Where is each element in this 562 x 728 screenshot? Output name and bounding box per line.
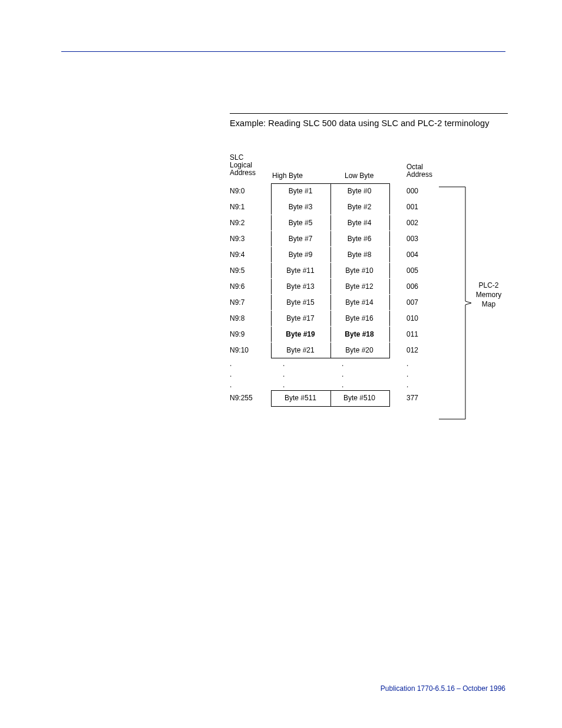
dot: . bbox=[342, 381, 343, 389]
low-byte-cell: Byte #10 bbox=[330, 266, 389, 275]
high-byte-cell: Byte #15 bbox=[271, 298, 330, 307]
octal-address-cell: 003 bbox=[406, 235, 436, 243]
octal-address-cell: 006 bbox=[406, 282, 436, 291]
octal-address-cell: 005 bbox=[406, 266, 436, 275]
low-byte-cell: Byte #6 bbox=[330, 235, 389, 243]
byte-diagram: SLC Logical Address High Byte Low Byte O… bbox=[230, 154, 508, 437]
header-octal-address: Octal Address bbox=[406, 163, 432, 179]
header-slc-address: SLC Logical Address bbox=[230, 154, 256, 177]
high-byte-cell: Byte #1 bbox=[271, 187, 330, 195]
example-rule bbox=[230, 113, 508, 114]
slc-address-cell: N9:8 bbox=[230, 314, 271, 322]
high-byte-cell: Byte #3 bbox=[271, 203, 330, 211]
octal-address-cell: 001 bbox=[406, 203, 436, 211]
dot: . bbox=[406, 370, 436, 378]
example-title: Example: Reading SLC 500 data using SLC … bbox=[230, 118, 508, 128]
low-byte-cell: Byte #0 bbox=[330, 187, 389, 195]
dot: . bbox=[342, 360, 343, 368]
dot: . bbox=[406, 381, 436, 389]
low-byte-cell: Byte #18 bbox=[330, 330, 389, 338]
slc-address-cell: N9:6 bbox=[230, 282, 271, 291]
high-byte-cell: Byte #511 bbox=[271, 394, 330, 402]
high-byte-cell: Byte #7 bbox=[271, 235, 330, 243]
high-byte-cell: Byte #21 bbox=[271, 346, 330, 354]
top-horizontal-rule bbox=[61, 51, 505, 52]
low-byte-cell: Byte #510 bbox=[330, 394, 389, 402]
slc-address-cell: N9:255 bbox=[230, 394, 271, 402]
publication-footer: Publication 1770-6.5.16 – October 1996 bbox=[381, 684, 505, 693]
low-byte-cell: Byte #8 bbox=[330, 251, 389, 259]
high-byte-cell: Byte #17 bbox=[271, 314, 330, 322]
slc-address-cell: N9:2 bbox=[230, 219, 271, 227]
slc-address-cell: N9:1 bbox=[230, 203, 271, 211]
octal-address-cell: 002 bbox=[406, 219, 436, 227]
octal-address-cell: 011 bbox=[406, 330, 436, 338]
dot: . bbox=[230, 360, 271, 368]
octal-address-cell: 010 bbox=[406, 314, 436, 322]
high-byte-cell: Byte #11 bbox=[271, 266, 330, 275]
slc-address-cell: N9:0 bbox=[230, 187, 271, 195]
high-byte-cell: Byte #5 bbox=[271, 219, 330, 227]
dot: . bbox=[342, 370, 343, 378]
octal-address-cell: 377 bbox=[406, 394, 436, 402]
slc-address-cell: N9:4 bbox=[230, 251, 271, 259]
slc-address-cell: N9:9 bbox=[230, 330, 271, 338]
low-byte-cell: Byte #12 bbox=[330, 282, 389, 291]
dot: . bbox=[283, 370, 285, 378]
dot: . bbox=[406, 360, 436, 368]
octal-address-cell: 000 bbox=[406, 187, 436, 195]
dot: . bbox=[283, 360, 285, 368]
brace-icon bbox=[439, 185, 492, 421]
slc-address-cell: N9:10 bbox=[230, 346, 271, 354]
high-byte-cell: Byte #13 bbox=[271, 282, 330, 291]
slc-address-cell: N9:5 bbox=[230, 266, 271, 275]
dot: . bbox=[283, 381, 285, 389]
octal-address-cell: 007 bbox=[406, 298, 436, 307]
dot: . bbox=[230, 381, 271, 389]
low-byte-cell: Byte #20 bbox=[330, 346, 389, 354]
low-byte-cell: Byte #2 bbox=[330, 203, 389, 211]
high-byte-cell: Byte #9 bbox=[271, 251, 330, 259]
header-high-byte: High Byte bbox=[272, 172, 330, 180]
slc-address-cell: N9:7 bbox=[230, 298, 271, 307]
low-byte-cell: Byte #16 bbox=[330, 314, 389, 322]
dot: . bbox=[230, 370, 271, 378]
octal-address-cell: 012 bbox=[406, 346, 436, 354]
high-byte-cell: Byte #19 bbox=[271, 330, 330, 338]
octal-address-cell: 004 bbox=[406, 251, 436, 259]
slc-address-cell: N9:3 bbox=[230, 235, 271, 243]
header-low-byte: Low Byte bbox=[345, 172, 402, 180]
low-byte-cell: Byte #4 bbox=[330, 219, 389, 227]
low-byte-cell: Byte #14 bbox=[330, 298, 389, 307]
